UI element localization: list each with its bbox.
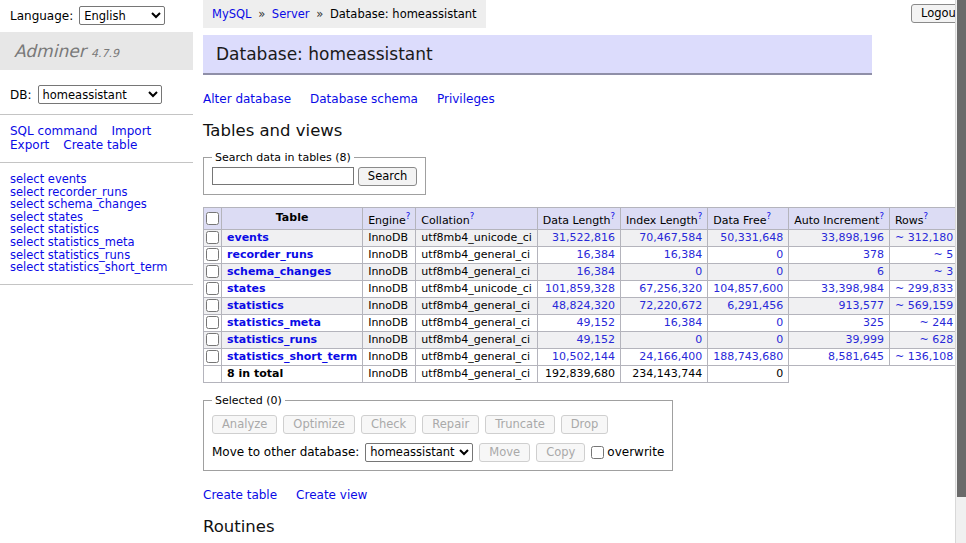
- overwrite-label: overwrite: [607, 445, 664, 459]
- row-checkbox[interactable]: [206, 316, 219, 329]
- main-content: MySQL » Server » Database: homeassistant…: [203, 0, 955, 543]
- db-selector-row: DB: homeassistant: [10, 85, 193, 104]
- table-name-link[interactable]: statistics_runs: [227, 333, 317, 346]
- table-name-link[interactable]: statistics: [227, 299, 284, 312]
- repair-button[interactable]: Repair: [422, 415, 479, 434]
- optimize-button[interactable]: Optimize: [283, 415, 355, 434]
- app-logo[interactable]: Adminer 4.7.9: [0, 32, 193, 70]
- link-select-schema-changes[interactable]: select schema_changes: [10, 198, 193, 211]
- table-row: statistics_metaInnoDButf8mb4_general_ci4…: [204, 314, 966, 331]
- move-row: Move to other database: homeassistant Mo…: [212, 443, 664, 462]
- scrollbar[interactable]: [955, 0, 966, 543]
- link-select-events[interactable]: select events: [10, 173, 193, 186]
- help-icon[interactable]: ?: [766, 211, 771, 221]
- drop-button[interactable]: Drop: [561, 415, 609, 434]
- row-checkbox[interactable]: [206, 350, 219, 363]
- table-row: recorder_runsInnoDButf8mb4_general_ci16,…: [204, 246, 966, 263]
- table-name-link[interactable]: statistics_meta: [227, 316, 321, 329]
- table-row: eventsInnoDButf8mb4_unicode_ci31,522,816…: [204, 229, 966, 246]
- help-icon[interactable]: ?: [879, 211, 884, 221]
- link-select-statistics-meta[interactable]: select statistics_meta: [10, 236, 193, 249]
- copy-button[interactable]: Copy: [536, 443, 585, 462]
- help-icon[interactable]: ?: [924, 211, 929, 221]
- help-icon[interactable]: ?: [406, 211, 411, 221]
- row-checkbox[interactable]: [206, 333, 219, 346]
- move-label: Move to other database:: [212, 445, 359, 459]
- selected-buttons: AnalyzeOptimizeCheckRepairTruncateDrop: [212, 415, 664, 434]
- link-privileges[interactable]: Privileges: [437, 92, 495, 106]
- search-input[interactable]: [212, 167, 354, 185]
- breadcrumb-mysql-link[interactable]: MySQL: [212, 7, 252, 21]
- check-button[interactable]: Check: [361, 415, 416, 434]
- overwrite-option[interactable]: overwrite: [591, 445, 664, 459]
- db-action-links: Alter databaseDatabase schemaPrivileges: [203, 92, 955, 106]
- link-select-statistics-short-term[interactable]: select statistics_short_term: [10, 261, 193, 274]
- table-name-link[interactable]: schema_changes: [227, 265, 331, 278]
- language-label: Language:: [10, 9, 73, 23]
- table-row: statesInnoDButf8mb4_unicode_ci101,859,32…: [204, 280, 966, 297]
- move-button[interactable]: Move: [479, 443, 530, 462]
- column-header-table: Table: [222, 208, 363, 230]
- db-select[interactable]: homeassistant: [38, 85, 162, 104]
- table-row: statistics_short_termInnoDButf8mb4_gener…: [204, 348, 966, 365]
- row-checkbox[interactable]: [206, 282, 219, 295]
- column-header-rows: Rows?: [889, 208, 958, 230]
- table-name-link[interactable]: statistics_short_term: [227, 350, 357, 363]
- table-name-link[interactable]: recorder_runs: [227, 248, 313, 261]
- sidebar-table-links: select eventsselect recorder_runsselect …: [10, 173, 193, 274]
- table-total-row: 8 in totalInnoDButf8mb4_general_ci192,83…: [204, 365, 966, 382]
- help-icon[interactable]: ?: [698, 211, 703, 221]
- language-bar: Language: English: [0, 0, 193, 25]
- help-icon[interactable]: ?: [611, 211, 616, 221]
- sidebar-actions: SQL commandImport ExportCreate table: [10, 125, 193, 152]
- row-checkbox[interactable]: [206, 299, 219, 312]
- column-header-index-length: Index Length?: [621, 208, 708, 230]
- column-header-collation: Collation?: [416, 208, 537, 230]
- sql-command-link[interactable]: SQL command: [10, 124, 97, 138]
- row-checkbox[interactable]: [206, 231, 219, 244]
- row-checkbox[interactable]: [206, 248, 219, 261]
- tables-heading: Tables and views: [203, 121, 955, 140]
- table-row: statisticsInnoDButf8mb4_general_ci48,824…: [204, 297, 966, 314]
- search-fieldset: Search data in tables (8) Search: [203, 151, 426, 195]
- breadcrumb-server-link[interactable]: Server: [272, 7, 310, 21]
- sidebar: Language: English Adminer 4.7.9 DB: home…: [0, 0, 193, 295]
- selected-fieldset: Selected (0) AnalyzeOptimizeCheckRepairT…: [203, 394, 673, 471]
- help-icon[interactable]: ?: [470, 211, 475, 221]
- table-name-link[interactable]: events: [227, 231, 269, 244]
- table-row: schema_changesInnoDButf8mb4_general_ci16…: [204, 263, 966, 280]
- link-create-table[interactable]: Create table: [203, 488, 277, 502]
- import-link[interactable]: Import: [111, 124, 151, 138]
- create-links: Create tableCreate view: [203, 488, 955, 502]
- app-name: Adminer: [14, 41, 86, 61]
- export-link[interactable]: Export: [10, 138, 49, 152]
- link-create-view[interactable]: Create view: [296, 488, 367, 502]
- breadcrumb-separator: »: [258, 7, 265, 21]
- move-database-select[interactable]: homeassistant: [365, 443, 473, 462]
- selected-legend: Selected (0): [212, 394, 285, 407]
- select-all-checkbox[interactable]: [206, 212, 219, 225]
- db-label: DB:: [10, 88, 32, 102]
- truncate-button[interactable]: Truncate: [485, 415, 555, 434]
- column-header-auto-increment: Auto Increment?: [789, 208, 890, 230]
- page-title: Database: homeassistant: [203, 35, 872, 75]
- header-checkbox-cell: [204, 208, 222, 230]
- link-alter-database[interactable]: Alter database: [203, 92, 291, 106]
- table-header-row: TableEngine?Collation?Data Length?Index …: [204, 208, 966, 230]
- divider: [0, 114, 193, 115]
- language-select[interactable]: English: [79, 6, 165, 25]
- search-legend: Search data in tables (8): [212, 151, 354, 164]
- analyze-button[interactable]: Analyze: [212, 415, 277, 434]
- row-checkbox[interactable]: [206, 265, 219, 278]
- create-table-link[interactable]: Create table: [63, 138, 137, 152]
- routines-heading: Routines: [203, 517, 955, 536]
- search-button[interactable]: Search: [358, 167, 418, 186]
- tables-overview: TableEngine?Collation?Data Length?Index …: [203, 207, 966, 383]
- overwrite-checkbox[interactable]: [591, 446, 604, 459]
- divider: [0, 162, 193, 163]
- table-name-link[interactable]: states: [227, 282, 266, 295]
- app-version: 4.7.9: [91, 47, 119, 60]
- breadcrumb-current: Database: homeassistant: [330, 7, 477, 21]
- link-database-schema[interactable]: Database schema: [310, 92, 418, 106]
- scrollbar-thumb[interactable]: [957, 0, 966, 497]
